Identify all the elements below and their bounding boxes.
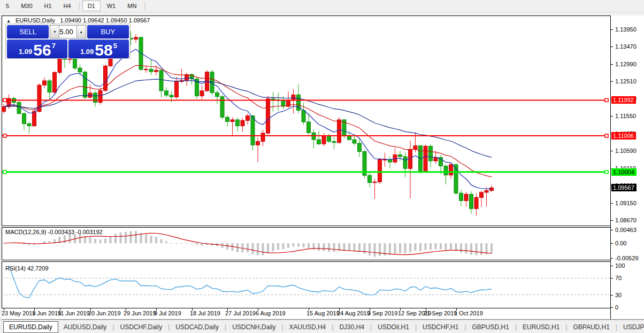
timeframe-button-w1[interactable]: W1 bbox=[102, 1, 121, 11]
line-handle[interactable] bbox=[3, 98, 6, 102]
chart-tab-bar: EURUSD,DailyAUDUSD,Daily|USDCHF,Daily|US… bbox=[0, 320, 644, 333]
macd-bar bbox=[130, 231, 132, 243]
macd-bar bbox=[323, 243, 325, 251]
macd-bar bbox=[277, 243, 279, 250]
candle-body bbox=[134, 37, 138, 39]
candle-body bbox=[256, 142, 260, 145]
date-axis[interactable]: 23 May 20191 Jun 201911 Jun 201920 Jun 2… bbox=[2, 308, 610, 319]
macd-bar bbox=[89, 237, 91, 243]
macd-bar bbox=[318, 243, 320, 251]
line-handle[interactable] bbox=[3, 171, 6, 174]
macd-bar bbox=[435, 243, 437, 249]
chart-tab-gbpaud-h1[interactable]: GBPAUD,H1 bbox=[568, 322, 615, 332]
candle-body bbox=[170, 95, 173, 97]
macd-bar bbox=[308, 243, 310, 249]
chart-tab-eurusd-h1[interactable]: EURUSD,H1 bbox=[517, 322, 565, 332]
macd-bar bbox=[120, 233, 122, 243]
candle-body bbox=[48, 81, 51, 92]
price-tick-label: 1.08670 bbox=[615, 217, 637, 223]
macd-bar bbox=[262, 243, 264, 255]
chart-tab-usdcnh-daily[interactable]: USDCNH,Daily bbox=[227, 322, 281, 332]
timeframe-button-d1[interactable]: D1 bbox=[82, 1, 101, 11]
candle-body bbox=[464, 194, 468, 200]
date-tick-label: 20 Jun 2019 bbox=[88, 310, 121, 316]
chart-tab-usdchf-h1[interactable]: USDCHF,H1 bbox=[417, 322, 464, 332]
chart-symbol-label: EURUSD,Daily bbox=[16, 17, 55, 24]
date-tick-label: 18 Jul 2019 bbox=[190, 310, 220, 316]
sell-price-display[interactable]: 1.09 56 7 bbox=[7, 40, 67, 58]
macd-bar bbox=[135, 231, 137, 243]
macd-bar bbox=[155, 237, 157, 243]
toolbar-separator bbox=[144, 2, 145, 10]
line-handle[interactable] bbox=[605, 171, 608, 174]
toolbar-separator bbox=[79, 2, 80, 10]
macd-tick bbox=[611, 230, 613, 230]
volume-increase-icon[interactable]: ▲ bbox=[76, 25, 86, 38]
macd-bar bbox=[470, 243, 472, 255]
chart-tab-usdjp[interactable]: USDJP bbox=[618, 322, 644, 332]
macd-bar bbox=[419, 243, 421, 251]
chart-tab-eurusd-daily[interactable]: EURUSD,Daily bbox=[3, 321, 58, 333]
hline-price-tag: 1.11992 bbox=[611, 96, 636, 104]
candle-body bbox=[236, 120, 240, 126]
buy-button[interactable]: BUY bbox=[87, 25, 129, 38]
candle-body bbox=[398, 155, 402, 157]
macd-bar bbox=[282, 243, 285, 249]
chart-tab-dj30-h4[interactable]: DJ30,H4 bbox=[334, 322, 370, 332]
candle-body bbox=[424, 146, 427, 171]
chart-tab-xauusd-h4[interactable]: XAUUSD,H4 bbox=[284, 322, 332, 332]
chart-tab-usdcad-daily[interactable]: USDCAD,Daily bbox=[170, 322, 224, 332]
candle-body bbox=[459, 193, 463, 200]
price-axis-border bbox=[610, 16, 611, 319]
timeframe-button-mn[interactable]: MN bbox=[122, 1, 142, 11]
macd-bar bbox=[303, 243, 305, 247]
price-tick-label: 1.12990 bbox=[615, 61, 637, 67]
chart-tab-gbpusd-h1[interactable]: GBPUSD,H1 bbox=[467, 322, 515, 332]
chart-tab-usdoil-h1[interactable]: USDOil,H1 bbox=[372, 322, 415, 332]
timeframe-button-h4[interactable]: H4 bbox=[58, 1, 76, 11]
price-tick bbox=[611, 81, 613, 82]
candle-body bbox=[470, 194, 473, 208]
timeframe-button-m30[interactable]: M30 bbox=[16, 1, 37, 11]
price-axis[interactable]: 1.139501.134701.129901.125101.120301.115… bbox=[611, 16, 644, 319]
rsi-tick-label: 30 bbox=[615, 292, 622, 298]
candle-body bbox=[322, 136, 326, 144]
timeframe-button-h1[interactable]: H1 bbox=[39, 1, 57, 11]
date-tick-label: 15 Aug 2019 bbox=[306, 310, 340, 316]
macd-bar bbox=[165, 241, 167, 243]
chart-tab-audusd-daily[interactable]: AUDUSD,Daily bbox=[58, 322, 112, 332]
macd-bar bbox=[69, 234, 71, 243]
macd-bar bbox=[364, 243, 366, 253]
macd-bar bbox=[389, 243, 391, 255]
volume-decrease-icon[interactable]: ▼ bbox=[50, 25, 59, 38]
line-handle[interactable] bbox=[3, 134, 6, 137]
candle-body bbox=[231, 120, 234, 121]
date-tick-label: 6 Aug 2019 bbox=[256, 310, 286, 316]
timeframe-button-5[interactable]: 5 bbox=[1, 1, 14, 11]
macd-bar bbox=[430, 243, 432, 250]
macd-bar bbox=[252, 243, 254, 254]
macd-tick-label: -0.00529 bbox=[615, 255, 638, 261]
macd-bar bbox=[226, 243, 228, 250]
hline-price-tag: 1.10004 bbox=[611, 168, 637, 176]
candle-body bbox=[210, 72, 214, 93]
candle-body bbox=[185, 75, 189, 81]
one-click-trading-panel: SELL ▼ 5.00 ▲ BUY 1.09 56 7 1.09 58 5 bbox=[5, 24, 131, 59]
macd-bar bbox=[348, 243, 350, 251]
collapse-chart-icon[interactable]: ▲ bbox=[6, 19, 11, 24]
buy-price-display[interactable]: 1.09 58 5 bbox=[68, 40, 129, 58]
sell-button[interactable]: SELL bbox=[7, 25, 49, 38]
volume-input[interactable]: 5.00 bbox=[59, 25, 76, 38]
macd-label: MACD(12,26,9) -0.003433 -0.003192 bbox=[5, 229, 103, 235]
price-tick bbox=[611, 116, 613, 117]
candle-body bbox=[261, 133, 265, 142]
chart-tab-usdchf-daily[interactable]: USDCHF,Daily bbox=[115, 322, 168, 332]
macd-bar bbox=[110, 236, 112, 243]
candle-body bbox=[246, 116, 250, 121]
macd-bar bbox=[43, 242, 45, 243]
macd-bar bbox=[333, 243, 335, 252]
macd-bar bbox=[399, 243, 401, 253]
candle-body bbox=[149, 69, 153, 72]
line-handle[interactable] bbox=[605, 98, 608, 102]
line-handle[interactable] bbox=[605, 134, 608, 137]
